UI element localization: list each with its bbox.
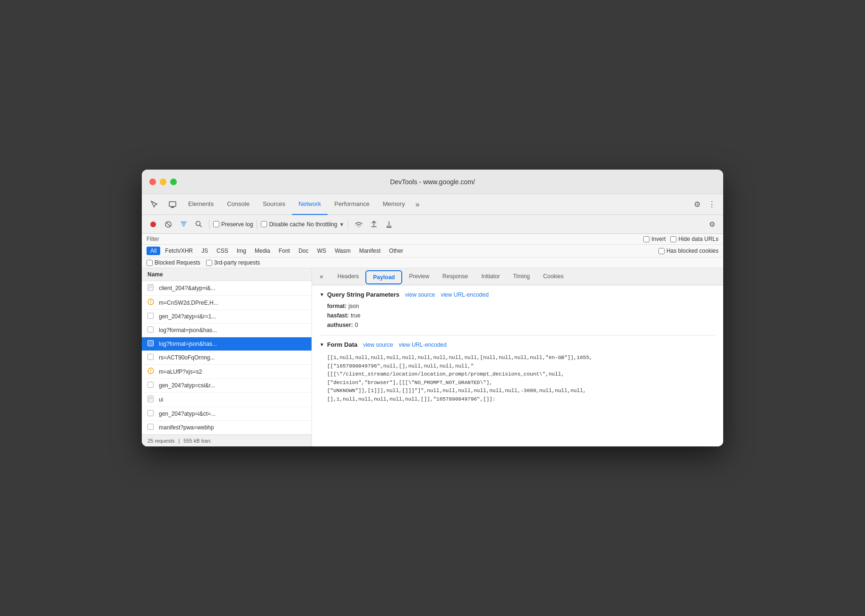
throttle-dropdown-icon[interactable]: ▼ [339, 222, 344, 227]
network-item-10[interactable]: manifest?pwa=webhp [142, 421, 311, 435]
checkbox-selected-icon [147, 340, 155, 348]
type-filter-js[interactable]: JS [198, 247, 212, 255]
svg-point-2 [150, 222, 156, 227]
has-blocked-cookies-checkbox[interactable] [658, 248, 665, 254]
svg-rect-22 [148, 382, 154, 388]
clear-button[interactable] [162, 218, 175, 231]
orange-icon-6 [147, 368, 155, 376]
disable-cache-label[interactable]: Disable cache [261, 221, 304, 228]
item-name-7: gen_204?atyp=csi&r... [159, 382, 215, 389]
minimize-button[interactable] [160, 179, 166, 185]
tab-console[interactable]: Console [220, 194, 256, 215]
transfer-size: 555 kB tran: [183, 438, 211, 444]
form-view-source-link[interactable]: view source [363, 342, 393, 348]
network-item-3[interactable]: log?format=json&has... [142, 324, 311, 337]
upload-icon[interactable] [367, 218, 381, 231]
network-item-6[interactable]: m=aLUfP?xjs=s2 [142, 365, 311, 379]
detail-tab-cookies[interactable]: Cookies [536, 268, 570, 285]
query-view-url-encoded-link[interactable]: view URL-encoded [441, 291, 488, 298]
blocked-bar: Blocked Requests 3rd-party requests [142, 257, 723, 268]
checkbox-icon-5 [147, 354, 155, 361]
svg-rect-17 [148, 341, 153, 346]
type-filter-doc[interactable]: Doc [294, 247, 312, 255]
item-name-6: m=aLUfP?xjs=s2 [159, 368, 202, 375]
settings-icon[interactable]: ⚙ [690, 200, 704, 209]
checkbox-icon-10 [147, 424, 155, 431]
tab-elements[interactable]: Elements [182, 194, 220, 215]
type-filter-media[interactable]: Media [251, 247, 274, 255]
device-icon[interactable] [164, 194, 182, 215]
maximize-button[interactable] [170, 179, 177, 185]
blocked-requests-checkbox[interactable] [147, 260, 153, 266]
hide-data-urls-checkbox[interactable] [670, 236, 676, 242]
detail-tab-response[interactable]: Response [436, 268, 475, 285]
section-divider [320, 335, 716, 335]
detail-tab-initiator[interactable]: Initiator [475, 268, 506, 285]
disable-cache-checkbox[interactable] [261, 221, 267, 227]
svg-rect-15 [148, 327, 154, 333]
search-icon[interactable] [192, 218, 205, 231]
type-filter-all[interactable]: All [147, 247, 160, 255]
third-party-option[interactable]: 3rd-party requests [206, 259, 260, 266]
tab-network[interactable]: Network [292, 194, 328, 215]
item-name-1: m=CnSW2d,DPreE,H... [159, 299, 218, 306]
orange-icon [147, 299, 155, 307]
svg-rect-1 [171, 207, 174, 208]
type-filter-css[interactable]: CSS [213, 247, 232, 255]
detail-tab-headers[interactable]: Headers [331, 268, 365, 285]
toolbar-settings-icon[interactable]: ⚙ [705, 218, 718, 231]
close-button[interactable] [149, 179, 156, 185]
form-data-section-header: ▼ Form Data view source view URL-encoded [320, 341, 716, 348]
detail-tab-preview[interactable]: Preview [402, 268, 436, 285]
type-filter-wasm[interactable]: Wasm [331, 247, 355, 255]
network-item-4[interactable]: log?format=json&has... [142, 337, 311, 351]
form-data-content: [[1,null,null,null,null,null,null,null,n… [320, 352, 716, 406]
tab-sources[interactable]: Sources [256, 194, 292, 215]
type-filter-img[interactable]: Img [233, 247, 250, 255]
tab-memory[interactable]: Memory [376, 194, 412, 215]
third-party-checkbox[interactable] [206, 260, 212, 266]
svg-line-4 [166, 222, 170, 226]
network-item-5[interactable]: rs=ACT90oFqOrnng... [142, 351, 311, 365]
preserve-log-checkbox[interactable] [213, 221, 219, 227]
item-name-4: log?format=json&has... [159, 341, 217, 347]
type-filter-bar: All Fetch/XHR JS CSS Img Media Font Doc … [142, 245, 723, 257]
network-item-1[interactable]: m=CnSW2d,DPreE,H... [142, 296, 311, 310]
download-icon[interactable] [382, 218, 396, 231]
type-filter-other[interactable]: Other [385, 247, 407, 255]
detail-close-button[interactable]: × [316, 271, 327, 282]
network-list-header: Name [142, 268, 311, 281]
more-options-icon[interactable]: ⋮ [704, 200, 719, 209]
type-filter-font[interactable]: Font [275, 247, 294, 255]
type-filter-ws[interactable]: WS [313, 247, 330, 255]
network-item-2[interactable]: gen_204?atyp=i&r=1... [142, 310, 311, 324]
svg-rect-0 [169, 202, 176, 206]
invert-checkbox[interactable] [643, 236, 649, 242]
network-item-9[interactable]: gen_204?atyp=i&ct=... [142, 407, 311, 421]
blocked-requests-option[interactable]: Blocked Requests [147, 259, 200, 266]
item-name-3: log?format=json&has... [159, 327, 217, 334]
inspect-icon[interactable] [146, 194, 164, 215]
hide-data-urls-option[interactable]: Hide data URLs [670, 236, 718, 242]
tab-performance[interactable]: Performance [328, 194, 376, 215]
detail-panel: × Headers Payload Preview Response Initi… [312, 268, 723, 446]
form-view-url-encoded-link[interactable]: view URL-encoded [399, 342, 447, 348]
devtools-window: DevTools - www.google.com/ Elements Cons… [142, 170, 723, 446]
network-item-0[interactable]: client_204?&atyp=i&... [142, 281, 311, 296]
triangle-icon: ▼ [320, 292, 324, 297]
wifi-icon[interactable] [352, 218, 365, 231]
preserve-log-label[interactable]: Preserve log [213, 221, 253, 228]
record-button[interactable] [147, 218, 160, 231]
param-hasfast: hasfast: true [320, 311, 716, 320]
more-tabs-icon[interactable]: » [412, 200, 424, 209]
type-filter-manifest[interactable]: Manifest [355, 247, 384, 255]
invert-option[interactable]: Invert [643, 236, 666, 242]
type-filter-fetch-xhr[interactable]: Fetch/XHR [161, 247, 197, 255]
network-item-8[interactable]: ui [142, 393, 311, 407]
has-blocked-cookies-label[interactable]: Has blocked cookies [658, 248, 718, 254]
detail-tab-timing[interactable]: Timing [506, 268, 536, 285]
query-view-source-link[interactable]: view source [405, 291, 435, 298]
detail-tab-payload[interactable]: Payload [365, 270, 402, 284]
filter-icon[interactable] [177, 218, 190, 231]
network-item-7[interactable]: gen_204?atyp=csi&r... [142, 379, 311, 393]
